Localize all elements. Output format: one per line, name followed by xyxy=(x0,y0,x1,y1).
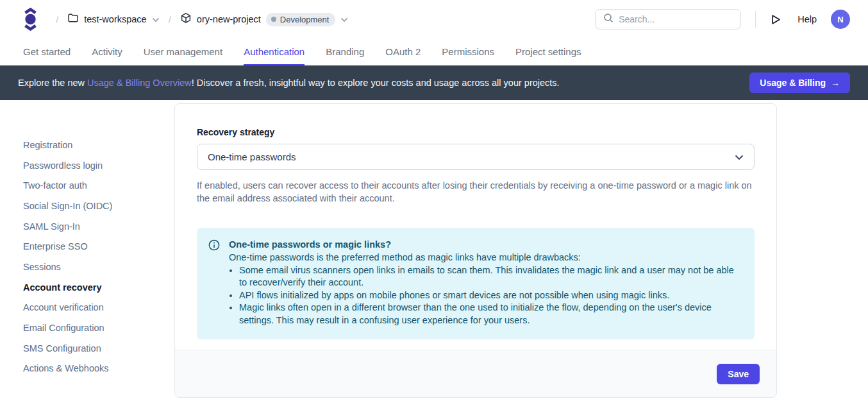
sidebar-item-label: SMS Configuration xyxy=(23,343,101,354)
play-icon[interactable] xyxy=(771,14,781,25)
sidebar-item-label: Email Configuration xyxy=(23,323,104,333)
nav-tab-label: Project settings xyxy=(515,46,581,57)
info-icon xyxy=(208,239,220,327)
recovery-strategy-description: If enabled, users can recover access to … xyxy=(197,179,755,205)
authentication-sidebar: Registration Passwordless login Two-fact… xyxy=(0,135,174,379)
sidebar-item-label: Actions & Webhooks xyxy=(23,363,109,373)
nav-tab-label: Authentication xyxy=(244,46,305,57)
sidebar-item-label: Passwordless login xyxy=(23,160,103,171)
nav-tab-label: User management xyxy=(144,46,222,57)
sidebar-item[interactable]: Email Configuration xyxy=(0,318,174,338)
recovery-strategy-select[interactable]: One-time passwords xyxy=(197,144,755,170)
arrow-right-icon: → xyxy=(831,78,840,88)
sidebar-item[interactable]: Registration xyxy=(0,135,174,155)
nav-tab[interactable]: Get started xyxy=(23,38,71,65)
info-box: One-time passwords or magic links? One-t… xyxy=(197,228,755,339)
nav-tab[interactable]: Permissions xyxy=(442,38,494,65)
sidebar-item[interactable]: Sessions xyxy=(0,257,174,277)
workspace-name: test-workspace xyxy=(84,14,147,24)
chevron-down-icon xyxy=(152,13,160,25)
info-bullet: API flows initialized by apps on mobile … xyxy=(239,289,742,302)
nav-tab[interactable]: Authentication xyxy=(244,38,305,65)
project-name: ory-new-project xyxy=(197,14,261,24)
nav-tab[interactable]: Activity xyxy=(92,38,122,65)
search-input[interactable] xyxy=(619,14,733,24)
top-bar: / test-workspace / ory-new-project Devel… xyxy=(0,0,868,38)
card-body: Recovery strategy One-time passwords If … xyxy=(175,104,776,339)
sidebar-item-label: Sessions xyxy=(23,262,61,272)
sidebar-item[interactable]: Social Sign-In (OIDC) xyxy=(0,196,174,216)
info-bullet: Magic links often open in a different br… xyxy=(239,302,742,327)
user-avatar[interactable]: N xyxy=(831,10,850,29)
recovery-strategy-label: Recovery strategy xyxy=(197,127,755,137)
project-nav-tabs: Get started Activity User management Aut… xyxy=(0,38,868,65)
workspace-switcher[interactable]: test-workspace xyxy=(67,12,160,26)
usage-billing-button-label: Usage & Billing xyxy=(760,78,826,88)
sidebar-item-label: Social Sign-In (OIDC) xyxy=(23,201,112,211)
search-icon xyxy=(603,13,613,26)
banner-text-before: Explore the new xyxy=(18,78,87,88)
sidebar-item-label: Enterprise SSO xyxy=(23,241,88,252)
sidebar-item[interactable]: Actions & Webhooks xyxy=(0,359,174,379)
info-box-bullets: Some email virus scanners open links in … xyxy=(229,264,742,327)
chevron-down-icon xyxy=(340,13,348,25)
sidebar-item-label: Account verification xyxy=(23,302,104,312)
sidebar-item-label: Account recovery xyxy=(23,282,102,293)
sidebar-item-label: SAML Sign-In xyxy=(23,221,80,232)
nav-tab-label: Branding xyxy=(326,46,364,57)
environment-label: Development xyxy=(280,15,330,24)
recovery-strategy-value: One-time passwords xyxy=(208,151,735,162)
chevron-down-icon xyxy=(735,151,744,163)
save-button[interactable]: Save xyxy=(717,364,760,384)
nav-tab-label: OAuth 2 xyxy=(385,46,421,57)
ory-logo-icon[interactable] xyxy=(23,8,38,31)
nav-tab[interactable]: Project settings xyxy=(515,38,581,65)
info-bullet: Some email virus scanners open links in … xyxy=(239,264,742,289)
environment-dot-icon xyxy=(271,17,276,22)
help-link[interactable]: Help xyxy=(797,14,817,24)
card-footer: Save xyxy=(175,350,776,397)
sidebar-item[interactable]: Passwordless login xyxy=(0,155,174,176)
project-switcher[interactable]: ory-new-project Development xyxy=(180,12,349,26)
sidebar-item-label: Registration xyxy=(23,140,72,150)
usage-billing-button[interactable]: Usage & Billing → xyxy=(749,73,850,93)
cube-icon xyxy=(180,12,192,26)
info-box-content: One-time passwords or magic links? One-t… xyxy=(229,239,742,327)
search-box[interactable] xyxy=(595,9,741,30)
sidebar-item[interactable]: SMS Configuration xyxy=(0,338,174,359)
breadcrumb-separator: / xyxy=(160,14,180,25)
info-box-title: One-time passwords or magic links? xyxy=(229,239,742,252)
nav-tab-label: Get started xyxy=(23,46,71,57)
environment-badge: Development xyxy=(266,13,336,26)
breadcrumb-separator: / xyxy=(47,14,67,25)
sidebar-item[interactable]: Two-factor auth xyxy=(0,175,174,196)
info-box-intro: One-time passwords is the preferred meth… xyxy=(229,252,742,264)
account-recovery-card: Recovery strategy One-time passwords If … xyxy=(174,103,777,398)
sidebar-item[interactable]: SAML Sign-In xyxy=(0,216,174,237)
sidebar-item-label: Two-factor auth xyxy=(23,180,87,191)
folder-icon xyxy=(67,12,79,26)
nav-tab-label: Activity xyxy=(92,46,122,57)
nav-tab[interactable]: Branding xyxy=(326,38,364,65)
usage-billing-banner: Explore the new Usage & Billing Overview… xyxy=(0,65,868,100)
usage-billing-overview-link[interactable]: Usage & Billing Overview xyxy=(87,78,192,88)
sidebar-item[interactable]: Enterprise SSO xyxy=(0,236,174,257)
banner-text: Explore the new Usage & Billing Overview… xyxy=(18,78,560,88)
nav-tab[interactable]: User management xyxy=(144,38,222,65)
nav-tab-label: Permissions xyxy=(442,46,494,57)
nav-tab[interactable]: OAuth 2 xyxy=(385,38,421,65)
topbar-divider xyxy=(755,11,756,28)
sidebar-item[interactable]: Account verification xyxy=(0,298,174,318)
banner-text-after: ! Discover a fresh, insightful way to ex… xyxy=(192,78,560,88)
sidebar-item[interactable]: Account recovery xyxy=(0,277,174,298)
